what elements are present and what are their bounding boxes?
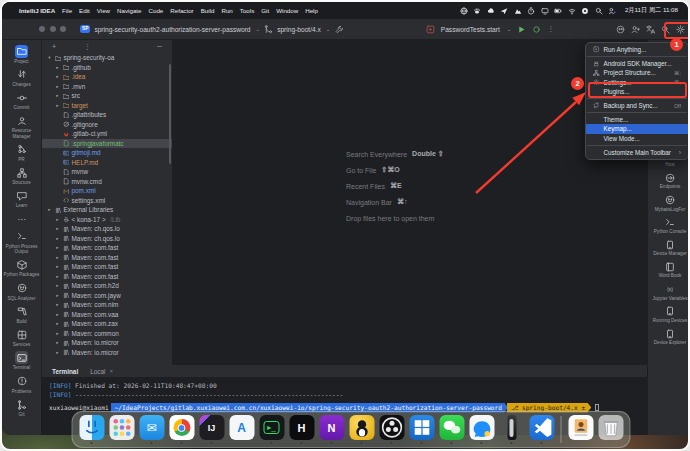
more-actions-icon[interactable]: ⋮ — [547, 25, 554, 33]
sidebar-item-mybatislogfor[interactable]: MybatisLogFor — [649, 195, 690, 212]
tree-item[interactable]: ▸Maven: com.nim — [42, 300, 172, 310]
dock-app-remote-desktop[interactable] — [409, 415, 435, 444]
tree-item[interactable]: mvnw — [42, 167, 172, 177]
chevron-right-icon[interactable]: ▸ — [55, 65, 60, 70]
dock-app-onenote[interactable]: N — [319, 415, 345, 444]
dock-app-launchpad[interactable] — [109, 415, 135, 444]
sidebar-item-build[interactable]: Build — [3, 303, 41, 325]
terminal-tab-local[interactable]: Local × — [90, 368, 113, 375]
menu-item-theme[interactable]: Theme... — [586, 115, 688, 124]
sidebar-item-more[interactable]: ⋯ — [3, 211, 41, 227]
close-icon[interactable]: × — [109, 368, 113, 374]
translate-icon[interactable] — [646, 25, 655, 34]
hide-icon[interactable]: ─ — [157, 43, 162, 50]
more-icon[interactable]: ⋮ — [84, 43, 91, 50]
sidebar-item-resource-manager[interactable]: Resource Manager — [3, 113, 41, 141]
tree-item[interactable]: ▸Maven: com.fast — [42, 243, 172, 253]
dock-app-wechat[interactable] — [439, 415, 465, 444]
menubar-item-help[interactable]: Help — [305, 7, 318, 14]
dock-app-appstore[interactable]: A — [229, 415, 255, 444]
chevron-right-icon[interactable]: ▸ — [55, 274, 60, 279]
dock-app-tim[interactable] — [349, 415, 375, 444]
run-config-name[interactable]: PasswordTests.start — [441, 26, 500, 33]
tree-item[interactable]: pom.xml — [42, 186, 172, 196]
tree-item[interactable]: ▸.mvn — [42, 82, 172, 92]
menubar-item-intellij-idea[interactable]: IntelliJ IDEA — [19, 7, 55, 14]
tree-item[interactable]: ▸Maven: com.fast — [42, 262, 172, 272]
wifi-icon[interactable] — [568, 7, 576, 15]
tree-item[interactable]: ▸.github — [42, 63, 172, 73]
chevron-right-icon[interactable]: ▸ — [55, 293, 60, 298]
tree-item[interactable]: .gitattributes — [42, 110, 172, 120]
dock-app-qq[interactable] — [469, 415, 495, 444]
display-icon[interactable] — [541, 7, 549, 15]
sidebar-item-python-packages[interactable]: Python Packages — [3, 257, 41, 279]
tree-item[interactable]: ▸Maven: ch.qos.lo — [42, 224, 172, 234]
menubar-item-file[interactable]: File — [62, 7, 72, 14]
paw-icon[interactable] — [473, 7, 481, 15]
tree-item[interactable]: ▸< kona-17 >/Lib — [42, 215, 172, 225]
project-name[interactable]: spring-security-oauth2-authorization-ser… — [94, 26, 250, 33]
dock-app-mail[interactable]: ✉ — [139, 415, 165, 444]
tree-item[interactable]: ▸Maven: com.fast — [42, 253, 172, 263]
dock-app-obs[interactable] — [379, 415, 405, 444]
mountain-icon[interactable] — [514, 7, 522, 15]
sidebar-item-changes[interactable]: Changes — [3, 66, 41, 88]
chevron-right-icon[interactable]: ▸ — [47, 207, 52, 212]
assistant-icon[interactable] — [581, 7, 589, 15]
run-button[interactable] — [517, 25, 526, 34]
sidebar-item-jupyter-variables[interactable]: (x)Jupyter Variables — [649, 284, 690, 301]
menubar-item-tools[interactable]: Tools — [240, 7, 254, 14]
tree-item[interactable]: ▸Maven: com.vaa — [42, 310, 172, 320]
sidebar-item-device-manager[interactable]: Device Manager — [649, 239, 690, 256]
menu-item-project-structure[interactable]: Project Structure...⌘; — [586, 68, 688, 77]
dock-app-finder[interactable] — [79, 415, 105, 444]
menubar-item-refactor[interactable]: Refactor — [170, 7, 193, 14]
menu-item-keymap[interactable]: Keymap... — [586, 124, 688, 133]
sidebar-item-pr[interactable]: PR — [3, 141, 41, 163]
chevron-right-icon[interactable]: ▸ — [55, 331, 60, 336]
menubar-item-run[interactable]: Run — [221, 7, 232, 14]
tree-item[interactable]: mvnw.cmd — [42, 177, 172, 187]
chevron-right-icon[interactable]: ▸ — [55, 312, 60, 317]
menubar-item-window[interactable]: Window — [276, 7, 298, 14]
chevron-right-icon[interactable]: ▸ — [55, 264, 60, 269]
menubar-item-view[interactable]: View — [97, 7, 110, 14]
menu-item-customize-main-toolbar[interactable]: Customize Main Toolbar› — [586, 148, 688, 157]
chevron-right-icon[interactable]: ▸ — [55, 93, 60, 98]
dock-app-slim-app[interactable] — [499, 415, 525, 444]
sidebar-item-learn[interactable]: Learn — [3, 188, 41, 210]
chevron-right-icon[interactable]: ▸ — [55, 74, 60, 79]
tree-item[interactable]: ▸Maven: com.h2d — [42, 281, 172, 291]
sidebar-item-problems[interactable]: Problems — [3, 373, 41, 395]
chevron-right-icon[interactable]: ▸ — [55, 245, 60, 250]
tree-item[interactable]: ▸Maven: com.fast — [42, 272, 172, 282]
tree-item[interactable]: ▸Maven: ch.qos.lo — [42, 234, 172, 244]
sidebar-item-structure[interactable]: Structure — [3, 165, 41, 187]
terminal-output[interactable]: [INFO] Finished at: 2026-02-11T10:48:47+… — [42, 378, 647, 416]
sidebar-item-running-devices[interactable]: Running Devices — [649, 306, 690, 323]
tree-item[interactable]: .springjavaformatc — [42, 139, 172, 149]
sidebar-item-device-explorer[interactable]: Device Explorer — [649, 328, 690, 345]
chevron-right-icon[interactable]: ▸ — [55, 103, 60, 108]
chevron-down-icon[interactable]: ▾ — [47, 55, 52, 60]
menubar-item-git[interactable]: Git — [261, 7, 269, 14]
sidebar-item-python-console[interactable]: Python Console — [649, 217, 690, 234]
tree-item[interactable]: ▸src — [42, 91, 172, 101]
chevron-right-icon[interactable]: ▸ — [55, 340, 60, 345]
tree-item[interactable]: ▸External Libraries — [42, 205, 172, 215]
tree-item[interactable]: .gitlab-ci.yml — [42, 129, 172, 139]
chevron-right-icon[interactable]: ▸ — [55, 226, 60, 231]
tree-item[interactable]: ▸.idea — [42, 72, 172, 82]
chevron-right-icon[interactable]: ▸ — [55, 302, 60, 307]
dock-app-trash[interactable] — [598, 415, 624, 444]
scrollbar[interactable] — [169, 64, 172, 164]
user-switch-icon[interactable] — [608, 7, 616, 15]
menu-item-android-sdk-manager[interactable]: Android SDK Manager... — [586, 59, 688, 68]
menubar-item-build[interactable]: Build — [201, 7, 215, 14]
tree-item[interactable]: ▸target — [42, 101, 172, 111]
chevron-right-icon[interactable]: ▸ — [55, 321, 60, 326]
paperplane-icon[interactable] — [500, 7, 508, 15]
tree-item[interactable]: ▸Maven: com.jayw — [42, 291, 172, 301]
battery-icon[interactable] — [554, 7, 562, 15]
